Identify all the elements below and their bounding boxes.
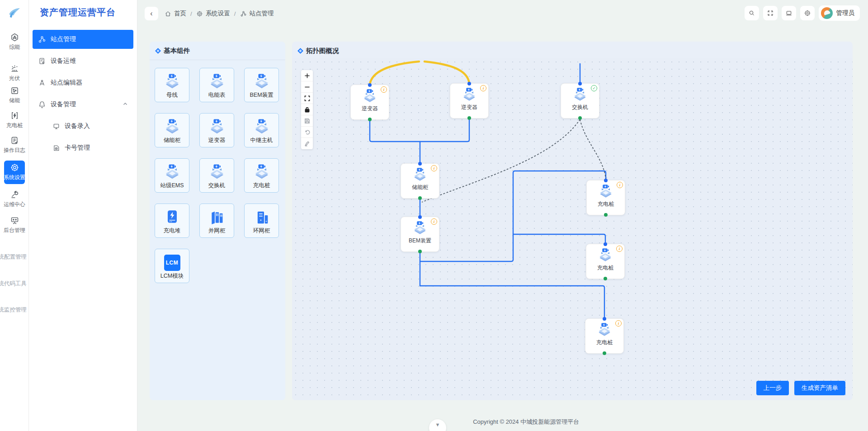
components-panel-header: 基本组件 [150, 42, 285, 60]
info-badge-icon[interactable]: i [616, 246, 623, 252]
save-button[interactable] [301, 115, 313, 127]
breadcrumb-system-settings[interactable]: 系统设置 [196, 9, 230, 18]
device-cube-icon [412, 220, 428, 237]
port-bottom[interactable] [603, 351, 606, 355]
topo-node-charger-3[interactable]: i 充电桩 [585, 318, 624, 354]
annotate-button[interactable] [301, 138, 313, 149]
port-top[interactable] [467, 82, 471, 85]
fit-view-button[interactable] [301, 93, 313, 104]
component-card-storage-cabinet[interactable]: 储能柜 [155, 113, 189, 147]
port-top[interactable] [418, 162, 422, 166]
sidebar-item-device-management[interactable]: 设备管理 [33, 95, 133, 114]
port-top[interactable] [603, 317, 606, 321]
component-card-grid-cabinet[interactable]: 并网柜 [199, 204, 234, 238]
port-bottom[interactable] [368, 118, 372, 121]
sidebar-item-site-editor[interactable]: 站点编辑器 [33, 73, 133, 92]
node-label: 逆变器 [362, 105, 378, 113]
app-title: 资产管理运营平台 [40, 6, 116, 19]
user-menu[interactable]: 管理员 [819, 5, 860, 21]
topo-node-storage-cabinet[interactable]: i 储能柜 [401, 163, 439, 199]
rail-overflow-label[interactable]: 系统配置管理 [0, 253, 27, 261]
breadcrumb-site-management[interactable]: 站点管理 [240, 9, 274, 18]
component-card-charging-stack[interactable]: 充电堆 [155, 204, 189, 238]
collapse-footer-button[interactable]: ▼ [429, 419, 446, 431]
ok-badge-icon[interactable]: ✓ [591, 85, 597, 91]
grid-cabinet-icon [208, 208, 226, 227]
signature-icon [304, 141, 310, 147]
component-label: 并网柜 [208, 227, 226, 235]
component-card-bem-device[interactable]: BEM装置 [244, 68, 279, 102]
topbar-actions: 管理员 [745, 5, 860, 21]
lock-button[interactable] [301, 104, 313, 115]
search-button[interactable] [745, 6, 759, 20]
component-card-ring-cabinet[interactable]: 环网柜 [244, 204, 279, 238]
component-card-busbar[interactable]: 母线 [155, 68, 189, 102]
port-top[interactable] [418, 215, 422, 219]
topology-canvas[interactable]: i 逆变器 i 逆变器 ✓ 交换机 i 储能柜 i [292, 58, 853, 400]
edge-yellow-left [370, 62, 419, 85]
node-label: 交换机 [572, 104, 588, 111]
rail-item-integrated-energy[interactable]: 综能 [0, 33, 29, 51]
rail-item-operation-log[interactable]: 操作日志 [0, 136, 29, 154]
info-badge-icon[interactable]: i [431, 165, 437, 171]
monitor-button[interactable] [782, 6, 796, 20]
port-top[interactable] [578, 82, 582, 85]
port-bottom[interactable] [578, 116, 582, 120]
breadcrumb-home[interactable]: 首页 [165, 9, 186, 18]
port-bottom[interactable] [418, 250, 422, 253]
fit-view-icon [304, 95, 310, 101]
port-top[interactable] [604, 179, 608, 182]
info-badge-icon[interactable]: i [381, 86, 387, 93]
undo-button[interactable] [301, 127, 313, 138]
device-cube-icon [253, 118, 271, 136]
topo-node-charger-2[interactable]: i 充电桩 [586, 244, 625, 279]
topo-node-inverter-1[interactable]: i 逆变器 [350, 85, 389, 120]
topo-node-charger-1[interactable]: i 充电桩 [586, 180, 625, 215]
port-bottom[interactable] [418, 196, 422, 200]
component-card-station-ems[interactable]: 站级EMS [155, 158, 189, 193]
info-badge-icon[interactable]: i [431, 218, 437, 225]
rail-item-storage[interactable]: 储能 [0, 86, 29, 104]
rail-item-charger[interactable]: 充电桩 [0, 111, 29, 129]
rail-item-backend-admin[interactable]: 后台管理 [0, 216, 29, 234]
component-card-inverter[interactable]: 逆变器 [199, 113, 234, 147]
port-bottom[interactable] [604, 277, 607, 280]
device-cube-icon [163, 118, 181, 136]
sidebar-item-site-management[interactable]: 站点管理 [33, 30, 133, 49]
topo-node-switch[interactable]: ✓ 交换机 [561, 83, 599, 118]
topo-node-bem-device[interactable]: i BEM装置 [401, 217, 439, 252]
component-label: 中继主机 [250, 137, 273, 144]
back-button[interactable]: ‹ [145, 7, 158, 20]
fullscreen-button[interactable] [763, 6, 778, 20]
chevron-up-icon[interactable] [123, 101, 128, 108]
info-badge-icon[interactable]: i [480, 85, 486, 91]
sidebar-subitem-card-management[interactable]: 卡号管理 [47, 138, 133, 157]
info-badge-icon[interactable]: i [617, 182, 623, 188]
rail-item-ops-center[interactable]: 运维中心 [0, 190, 29, 208]
settings-button[interactable] [800, 6, 815, 20]
port-top[interactable] [604, 242, 607, 246]
rail-item-system-settings[interactable]: 系统设置 [4, 161, 25, 184]
device-cube-icon [362, 88, 378, 104]
charging-pile-icon [10, 111, 19, 120]
component-card-lcm-module[interactable]: LCMLCM模块 [155, 249, 189, 283]
sidebar-item-device-ops[interactable]: 设备运维 [33, 52, 133, 71]
node-label: 充电桩 [596, 339, 613, 346]
port-top[interactable] [368, 83, 372, 87]
zoom-in-button[interactable] [301, 70, 313, 81]
port-bottom[interactable] [604, 213, 608, 217]
component-card-switch[interactable]: 交换机 [199, 158, 234, 193]
rail-overflow-label[interactable]: 系统代码工具 [0, 280, 27, 288]
port-bottom[interactable] [467, 116, 471, 120]
rail-overflow-label[interactable]: 系统监控管理 [0, 306, 27, 314]
topo-node-inverter-2[interactable]: i 逆变器 [450, 83, 489, 118]
previous-step-button[interactable]: 上一步 [756, 381, 789, 395]
component-card-relay-host[interactable]: 中继主机 [244, 113, 279, 147]
info-badge-icon[interactable]: i [615, 320, 622, 327]
component-card-energy-meter[interactable]: 电能表 [199, 68, 234, 102]
component-card-charging-pile[interactable]: 充电桩 [244, 158, 279, 193]
zoom-out-button[interactable] [301, 81, 313, 93]
rail-item-solar[interactable]: 光伏 [0, 64, 29, 82]
sidebar-subitem-device-entry[interactable]: 设备录入 [47, 117, 133, 136]
generate-asset-list-button[interactable]: 生成资产清单 [794, 381, 845, 395]
